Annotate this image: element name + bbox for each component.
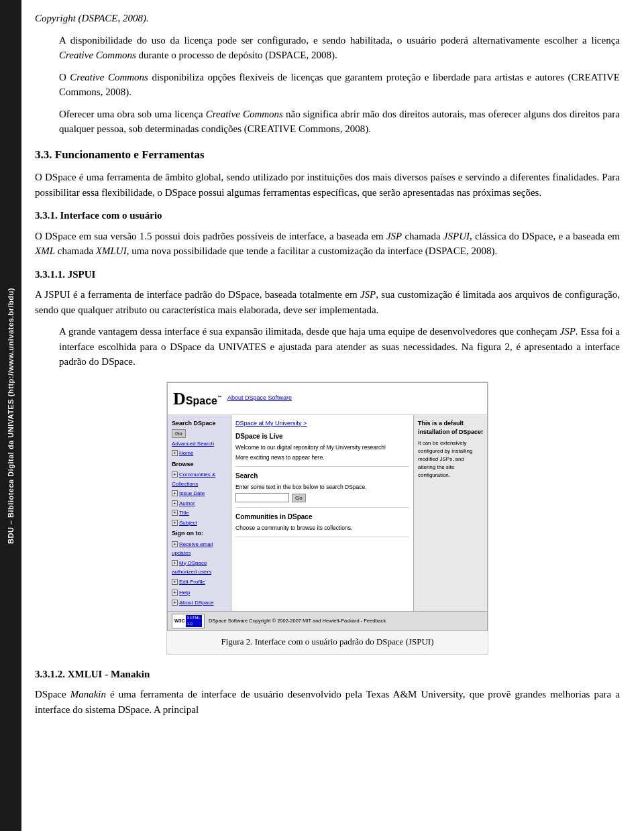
communities-expand-icon[interactable]: +: [172, 472, 178, 478]
dspace-live-section: DSpace is Live Welcome to our digital re…: [235, 431, 409, 467]
sub3-paragraph-1: DSpace Manakin é uma ferramenta de inter…: [35, 687, 620, 717]
dspace-communities-section: Communities in DSpace Choose a community…: [235, 512, 409, 537]
breadcrumb-link[interactable]: DSpace at My University >: [235, 420, 307, 427]
section-heading: 3.3. Funcionamento e Ferramentas: [35, 146, 620, 164]
search-dspace-label: Search DSpace: [172, 419, 227, 429]
home-link[interactable]: Home: [179, 450, 193, 456]
logo-tm: ™: [217, 394, 222, 399]
search-title: Search: [235, 471, 409, 481]
logo-d: D: [173, 389, 186, 408]
paragraph-3: Oferecer uma obra sob uma licença Creati…: [59, 107, 620, 137]
editprofile-link[interactable]: Edit Profile: [179, 579, 205, 585]
footer-copyright: DSpace Software Copyright © 2002-2007 MI…: [209, 617, 386, 624]
author-expand-icon[interactable]: +: [172, 500, 178, 506]
search-input[interactable]: [235, 493, 289, 502]
search-go-main-button[interactable]: Go: [292, 494, 306, 502]
help-expand-icon[interactable]: +: [172, 590, 178, 596]
wsc-badge: W3C XHTML1.0: [172, 614, 205, 628]
title-link[interactable]: Title: [179, 510, 189, 516]
copyright-text: Copyright (DSPACE, 2008).: [35, 13, 149, 23]
main-content: Copyright (DSPACE, 2008). A disponibilid…: [21, 0, 644, 831]
signon-label: Sign on to:: [172, 529, 227, 539]
search-box: Go: [235, 493, 409, 502]
figure-2-container: DSpace™ About DSpace Software Search DSp…: [166, 382, 488, 655]
search-para: Enter some text in the box below to sear…: [235, 483, 409, 492]
browse-label: Browse: [172, 460, 227, 469]
dspace-live-para1: Welcome to our digital repository of My …: [235, 443, 409, 452]
dspace-live-para2: More exciting news to appear here.: [235, 453, 409, 462]
mydspace-expand-icon[interactable]: +: [172, 560, 178, 566]
sub2-paragraph-1: A JSPUI é a ferramenta de interface padr…: [35, 287, 620, 317]
author-link[interactable]: Author: [179, 500, 195, 506]
paragraph-2: O Creative Commons disponibiliza opções …: [59, 70, 620, 100]
dspace-main-area: DSpace at My University > DSpace is Live…: [231, 415, 413, 612]
dspace-footer: W3C XHTML1.0 DSpace Software Copyright ©…: [168, 611, 487, 630]
communities-para: Choose a community to browse its collect…: [235, 524, 409, 533]
search-go-button[interactable]: Go: [172, 429, 186, 438]
logo-space: Space: [186, 395, 217, 406]
editprofile-expand-icon[interactable]: +: [172, 579, 178, 585]
subject-link[interactable]: Subject: [179, 520, 197, 526]
about-expand-icon[interactable]: +: [172, 600, 178, 606]
receive-link[interactable]: Receive email updates: [172, 541, 213, 557]
title-expand-icon[interactable]: +: [172, 510, 178, 516]
dspace-live-title: DSpace is Live: [235, 431, 409, 441]
section-paragraph-1: O DSpace é uma ferramenta de âmbito glob…: [35, 170, 620, 200]
help-link[interactable]: Help: [179, 590, 190, 596]
dspace-header: DSpace™ About DSpace Software: [168, 383, 487, 415]
right-highlight: This is a default installation of DSpace…: [418, 419, 483, 437]
subsection-paragraph-1: O DSpace em sua versão 1.5 possui dois p…: [35, 229, 620, 259]
sidebar-label: BDU – Biblioteca Digital da UNIVATES (ht…: [7, 288, 15, 544]
dspace-right-panel: This is a default installation of DSpace…: [413, 415, 487, 612]
dspace-logo: DSpace™: [173, 386, 222, 412]
paragraph-1: A disponibilidade do uso da licença pode…: [59, 33, 620, 63]
dspace-body: Search DSpace Go Advanced Search +Home B…: [168, 415, 487, 612]
dspace-ui-screenshot: DSpace™ About DSpace Software Search DSp…: [167, 382, 488, 632]
subject-expand-icon[interactable]: +: [172, 520, 178, 526]
receive-expand-icon[interactable]: +: [172, 541, 178, 547]
dspace-search-section: Search Enter some text in the box below …: [235, 471, 409, 508]
wsc-text: W3C: [174, 618, 185, 625]
sub2-paragraph-2: A grande vantagem dessa interface é sua …: [59, 324, 620, 370]
issue-expand-icon[interactable]: +: [172, 490, 178, 496]
copyright-line: Copyright (DSPACE, 2008).: [35, 11, 620, 26]
communities-link[interactable]: Communities & Collections: [172, 472, 215, 487]
sidebar-strip: BDU – Biblioteca Digital da UNIVATES (ht…: [0, 0, 21, 831]
issue-link[interactable]: Issue Date: [179, 490, 205, 496]
wsc-label: XHTML1.0: [186, 615, 202, 627]
right-description: It can be extensively configured by inst…: [418, 439, 483, 480]
advanced-search-link[interactable]: Advanced Search: [172, 440, 227, 448]
about-dspace-link[interactable]: About DSpace Software: [227, 394, 292, 403]
communities-title: Communities in DSpace: [235, 512, 409, 522]
dspace-left-sidebar: Search DSpace Go Advanced Search +Home B…: [168, 415, 231, 612]
about-dspace-sidebar-link[interactable]: About DSpace: [179, 600, 214, 606]
figure-caption: Figura 2. Interface com o usuário padrão…: [167, 631, 488, 654]
home-expand-icon[interactable]: +: [172, 450, 178, 456]
sub2-heading: 3.3.1.1. JSPUI: [35, 267, 620, 282]
sub3-heading: 3.3.1.2. XMLUI - Manakin: [35, 667, 620, 682]
subsection-heading: 3.3.1. Interface com o usuário: [35, 208, 620, 223]
